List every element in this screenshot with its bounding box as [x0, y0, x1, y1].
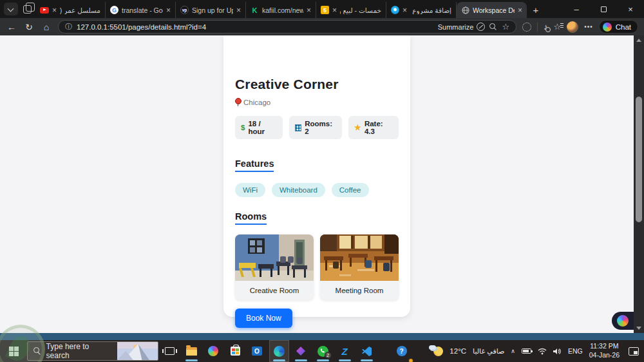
media-controls-icon[interactable]: ♪ [544, 22, 548, 32]
site-info-icon[interactable]: ⓘ [65, 22, 72, 32]
tab-mostaql[interactable]: إضافة مشروع | مس × [386, 2, 457, 18]
scroll-down-icon[interactable] [636, 327, 641, 330]
file-explorer-button[interactable] [182, 340, 202, 362]
maximize-button[interactable] [590, 0, 617, 18]
wifi-icon[interactable] [538, 348, 547, 355]
minimize-button[interactable]: – [563, 0, 590, 18]
tab-youtube[interactable]: مسلسل عمر (591) × [35, 2, 106, 18]
task-view-icon [165, 347, 175, 355]
page-viewport: Creative Corner Chicago $ 18 / hour Room… [0, 35, 634, 333]
url-text[interactable]: 127.0.0.1:5501/pages/details.html?id=4 [77, 23, 206, 31]
workspaces-icon[interactable] [23, 5, 32, 14]
weather-condition[interactable]: صافي غالبا [473, 347, 504, 356]
tab-khamsat[interactable]: 5 خمسات - لبيع وشرا × [316, 2, 386, 18]
z-app-icon: Z [341, 346, 347, 357]
tab-upwork[interactable]: vp Sign up for Upwor × [176, 2, 246, 18]
tab-close-icon[interactable]: × [52, 6, 57, 14]
browser-titlebar: مسلسل عمر (591) × G translate - Google ×… [0, 0, 644, 18]
microsoft-store-button[interactable] [225, 340, 245, 362]
toolbar-divider [537, 23, 538, 32]
tab-close-icon[interactable]: × [518, 6, 522, 14]
features-chips: WiFi Whiteboard Coffee [235, 183, 399, 197]
help-icon: ? [397, 346, 407, 356]
tab-workspace-details[interactable]: Workspace Details × [457, 2, 527, 18]
tab-close-icon[interactable]: × [402, 6, 407, 14]
tab-close-icon[interactable]: × [332, 6, 337, 14]
speaker-icon[interactable] [553, 348, 562, 355]
whatsapp-badge: 2 [325, 352, 332, 359]
feature-chip-coffee: Coffee [332, 183, 369, 197]
settings-menu-button[interactable]: ••• [584, 23, 593, 30]
copilot-sidebar-button[interactable] [612, 312, 634, 330]
extensions-icon[interactable] [522, 23, 531, 32]
tab-google-translate[interactable]: G translate - Google × [106, 2, 176, 18]
battery-icon[interactable] [522, 348, 531, 354]
price-text: 18 / hour [248, 120, 276, 135]
tab-close-icon[interactable]: × [307, 6, 311, 14]
chat-label: Chat [616, 23, 631, 31]
tab-search-button[interactable] [4, 3, 18, 15]
search-icon[interactable] [489, 23, 497, 31]
vscode-button[interactable] [357, 340, 377, 362]
rooms-heading: Rooms [235, 211, 267, 225]
refresh-button[interactable]: ↻ [23, 22, 35, 32]
price-badge: $ 18 / hour [235, 116, 283, 139]
workspace-card: Creative Corner Chicago $ 18 / hour Room… [223, 35, 410, 317]
microsoft-365-icon [296, 347, 305, 356]
tab-close-icon[interactable]: × [166, 6, 171, 14]
home-button[interactable]: ⌂ [41, 22, 52, 32]
tab-title: إضافة مشروع | مس [410, 6, 451, 14]
features-heading: Features [235, 158, 274, 172]
rate-badge: ★ Rate: 4.3 [348, 116, 399, 139]
windows-icon [9, 347, 19, 356]
help-notification-badge [408, 358, 413, 362]
google-icon: G [110, 6, 118, 14]
search-highlight-image[interactable] [117, 342, 158, 360]
language-indicator[interactable]: ENG [568, 347, 583, 355]
copilot-icon [603, 23, 612, 32]
time-text: 11:32 PM [590, 342, 618, 350]
search-placeholder: Type here to search [46, 342, 112, 360]
edge-button[interactable] [269, 340, 289, 362]
profile-avatar[interactable] [567, 21, 578, 33]
youtube-icon [40, 7, 49, 14]
z-app-button[interactable]: Z [335, 340, 355, 362]
room-card-meeting[interactable]: Meeting Room [320, 234, 399, 300]
close-window-button[interactable]: × [617, 0, 644, 18]
back-button[interactable]: ← [6, 22, 17, 32]
taskbar-search[interactable]: Type here to search [27, 341, 158, 361]
room-card-creative[interactable]: Creative Room [235, 234, 314, 300]
whatsapp-button[interactable]: 2 [313, 340, 333, 362]
task-view-button[interactable] [160, 340, 180, 362]
summarize-button[interactable]: Summarize [438, 23, 486, 31]
favorite-star-icon[interactable]: ☆ [502, 22, 509, 32]
scroll-up-icon[interactable] [636, 39, 641, 42]
hidden-icons-chevron[interactable]: ∧ [511, 348, 515, 354]
tab-strip-controls [0, 0, 35, 18]
scrollbar-thumb[interactable] [636, 97, 642, 222]
outlook-button[interactable]: O [247, 340, 267, 362]
page-scrollbar[interactable] [634, 35, 644, 333]
start-button[interactable] [0, 340, 27, 362]
weather-icon[interactable] [429, 345, 443, 357]
microsoft-365-button[interactable] [291, 340, 311, 362]
weather-temp[interactable]: 12°C [450, 347, 466, 355]
vp-icon: vp [180, 6, 189, 14]
badge-row: $ 18 / hour Rooms: 2 ★ Rate: 4.3 [235, 116, 399, 139]
feature-chip-wifi: WiFi [235, 183, 265, 197]
new-tab-button[interactable]: + [527, 2, 545, 18]
notification-center-icon[interactable] [629, 347, 639, 356]
get-help-button[interactable]: ? [392, 340, 412, 362]
tab-title: مسلسل عمر (591) [60, 6, 100, 14]
address-bar[interactable]: ⓘ 127.0.0.1:5501/pages/details.html?id=4… [58, 20, 516, 33]
copilot-chat-button[interactable]: Chat [599, 20, 638, 33]
mostaql-icon [391, 6, 399, 14]
copilot-taskbar-button[interactable] [204, 340, 223, 362]
clock[interactable]: 11:32 PM 04-Jan-26 [589, 342, 620, 359]
meeting-room-photo [320, 234, 399, 281]
tab-kafiil[interactable]: K kafiil.com/new-kaf × [246, 2, 316, 18]
book-now-button[interactable]: Book Now [235, 309, 292, 328]
rooms-badge: Rooms: 2 [289, 116, 342, 139]
collections-icon[interactable]: ☆ [554, 22, 562, 32]
tab-close-icon[interactable]: × [236, 6, 241, 14]
